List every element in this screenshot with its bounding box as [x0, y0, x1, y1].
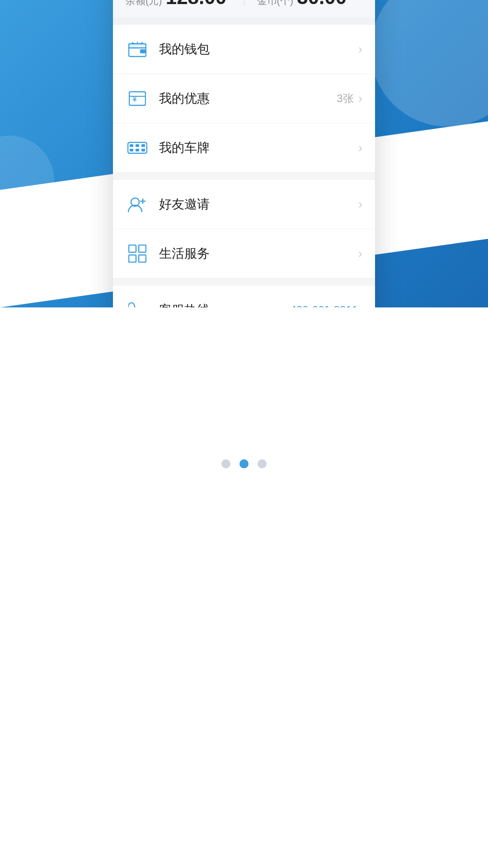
hero-circle-1 — [371, 0, 488, 127]
balance-amount-label: 余额(元) — [126, 0, 162, 8]
svg-rect-9 — [129, 92, 145, 105]
svg-rect-17 — [136, 149, 139, 151]
menu-wallet-label: 我的钱包 — [159, 41, 358, 58]
menu-separator-2 — [113, 278, 375, 286]
life-icon-wrap — [126, 242, 149, 265]
hotline-icon — [128, 301, 146, 307]
menu-item-invite[interactable]: 好友邀请 › — [113, 180, 375, 229]
invite-icon-wrap — [126, 193, 149, 216]
balance-coins-value: 30.00 — [297, 0, 347, 9]
svg-rect-22 — [129, 245, 136, 252]
balance-amount: 余额(元) 128.00 — [126, 0, 231, 9]
menu-separator-1 — [113, 173, 375, 180]
license-icon — [127, 141, 147, 155]
license-icon-wrap — [126, 136, 149, 160]
hero-section: 导航更方便 4G ▎▎▎ 15:34 4G ▓▓▓ ⚙ — [0, 0, 488, 307]
svg-rect-13 — [130, 144, 133, 147]
life-icon — [128, 245, 146, 263]
balance-divider — [244, 0, 244, 6]
chevron-wallet: › — [358, 42, 362, 57]
balance-section: 余额(元) 128.00 金币(个) 30.00 — [113, 0, 375, 18]
chevron-license: › — [358, 141, 362, 155]
menu-discount-badge: 3张 — [337, 91, 353, 106]
balance-amount-value: 128.00 — [166, 0, 227, 9]
menu-hotline-label: 客服热线 — [159, 302, 291, 307]
menu-license-label: 我的车牌 — [159, 139, 358, 156]
menu-item-discount[interactable]: ¥ 我的优惠 3张 › — [113, 74, 375, 123]
wallet-icon-wrap — [126, 38, 149, 61]
hotline-icon-wrap — [126, 298, 149, 307]
chevron-invite: › — [358, 197, 362, 212]
svg-rect-3 — [129, 44, 146, 48]
menu-invite-label: 好友邀请 — [159, 196, 358, 213]
page-dots — [0, 443, 488, 486]
balance-coins: 金币(个) 30.00 — [257, 0, 363, 9]
menu-list: 我的钱包 › ¥ 我的优惠 3张 › — [113, 25, 375, 307]
menu-life-label: 生活服务 — [159, 245, 358, 262]
main-content — [0, 307, 488, 486]
svg-rect-15 — [141, 144, 145, 147]
svg-rect-23 — [139, 245, 146, 252]
page-dot-2[interactable] — [239, 459, 249, 468]
svg-rect-5 — [140, 49, 145, 53]
menu-item-license[interactable]: 我的车牌 › — [113, 123, 375, 173]
phone-mockup: 4G ▎▎▎ 15:34 4G ▓▓▓ ⚙ — [113, 0, 375, 307]
balance-coins-label: 金币(个) — [257, 0, 294, 8]
discount-icon-wrap: ¥ — [126, 87, 149, 110]
menu-discount-label: 我的优惠 — [159, 90, 337, 107]
svg-rect-18 — [141, 149, 145, 151]
menu-item-hotline[interactable]: 客服热线 400-661-8811 — [113, 286, 375, 307]
invite-icon — [128, 196, 147, 213]
discount-icon: ¥ — [129, 90, 146, 107]
page-dot-1[interactable] — [221, 459, 230, 468]
svg-rect-12 — [128, 142, 147, 153]
menu-item-life[interactable]: 生活服务 › — [113, 229, 375, 278]
chevron-life: › — [358, 246, 362, 261]
svg-rect-24 — [129, 255, 136, 262]
svg-rect-16 — [130, 149, 133, 151]
svg-rect-14 — [136, 144, 139, 147]
menu-item-wallet[interactable]: 我的钱包 › — [113, 25, 375, 74]
wallet-icon — [128, 41, 146, 57]
chevron-discount: › — [358, 91, 362, 106]
page-dot-3[interactable] — [258, 459, 267, 468]
svg-rect-25 — [139, 255, 146, 262]
menu-hotline-phone: 400-661-8811 — [291, 304, 358, 307]
